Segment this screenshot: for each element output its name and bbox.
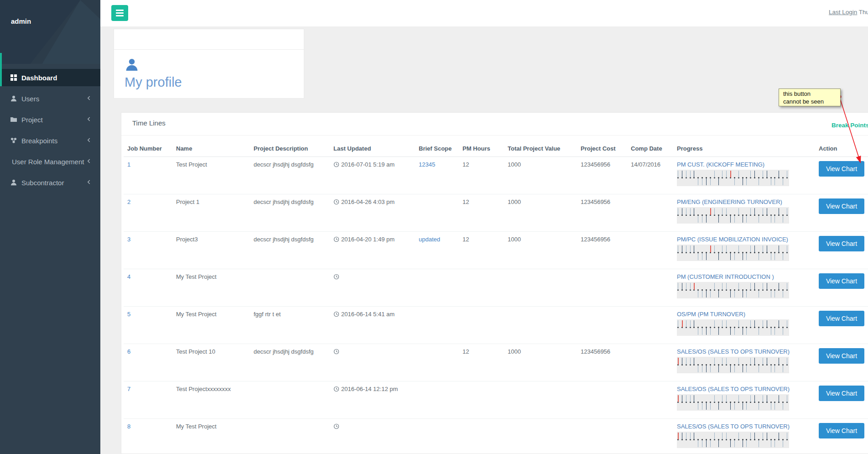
- timeline-tick: [694, 208, 694, 215]
- progress-timeline-chart: [677, 432, 789, 448]
- sidebar-item-dashboard[interactable]: Dashboard: [0, 69, 100, 86]
- timeline-tick: [754, 395, 755, 402]
- timeline-tick: [783, 328, 783, 335]
- timeline-tick: [787, 395, 787, 402]
- timeline-tick: [726, 283, 727, 290]
- total-value-cell: 1000: [504, 344, 577, 381]
- timeline-tick: [690, 320, 691, 327]
- sidebar-item-users[interactable]: Users: [0, 90, 100, 107]
- view-chart-button[interactable]: View Chart: [819, 161, 864, 177]
- last-updated-cell: 2016-07-01 5:19 am: [330, 157, 415, 194]
- chevron-left-icon: [86, 137, 92, 143]
- view-chart-button[interactable]: View Chart: [819, 198, 864, 214]
- timeline-tick: [746, 328, 747, 335]
- timeline-tick: [718, 365, 719, 372]
- table-row: 8My Test ProjectSALES/OS (SALES TO OPS T…: [124, 419, 868, 454]
- sidebar-item-project[interactable]: Project: [0, 111, 100, 128]
- job-number-cell: 2: [124, 194, 172, 232]
- last-updated-cell: [330, 419, 415, 454]
- view-chart-button[interactable]: View Chart: [819, 273, 864, 289]
- job-number-link[interactable]: 8: [127, 423, 130, 430]
- timeline-tick: [714, 358, 715, 365]
- timeline-tick: [718, 216, 719, 223]
- timeline-tick: [682, 358, 682, 365]
- timelines-panel: Time Lines Break Points Job NumberNamePr…: [121, 112, 868, 454]
- last-updated-cell: [330, 269, 415, 307]
- sidebar-item-subcontractor[interactable]: Subcontractor: [0, 174, 100, 191]
- timeline-tick: [714, 208, 715, 215]
- timeline-tick: [678, 245, 678, 252]
- sidebar-item-user-role-management[interactable]: User Role Management: [0, 153, 100, 170]
- job-number-cell: 7: [124, 381, 172, 419]
- progress-cell: SALES/OS (SALES TO OPS TURNOVER): [673, 344, 815, 381]
- timeline-tick: [726, 171, 727, 177]
- timeline-tick: [706, 178, 707, 185]
- timeline-tick: [787, 358, 787, 365]
- job-number-link[interactable]: 4: [127, 273, 130, 280]
- action-cell: View ChartView Chart: [815, 307, 868, 344]
- timeline-tick: [743, 253, 743, 260]
- comp-date-cell: [627, 381, 673, 419]
- timeline-tick: [690, 245, 691, 252]
- clock-icon: [333, 199, 339, 205]
- timeline-tick: [783, 253, 783, 260]
- pm-hours-cell: [459, 381, 504, 419]
- timeline-tick: [710, 178, 711, 185]
- progress-breakpoint-label: PM CUST. (KICKOFF MEETING): [677, 161, 811, 168]
- project-cost-cell: [577, 269, 627, 307]
- timeline-tick: [686, 208, 686, 215]
- job-number-link[interactable]: 2: [127, 198, 130, 205]
- break-points-link[interactable]: Break Points: [832, 122, 868, 129]
- timeline-tick: [714, 395, 715, 402]
- timeline-tick: [738, 245, 739, 252]
- description-cell: [250, 381, 330, 419]
- view-chart-button[interactable]: View Chart: [819, 423, 864, 438]
- sidebar-toggle-button[interactable]: [111, 5, 128, 21]
- timeline-tick: [746, 403, 747, 410]
- job-number-link[interactable]: 5: [127, 311, 130, 318]
- job-number-link[interactable]: 7: [127, 386, 130, 392]
- brief-scope-link[interactable]: updated: [419, 236, 440, 243]
- timeline-tick: [783, 365, 783, 372]
- timeline-tick: [734, 328, 735, 335]
- last-updated-cell: [330, 344, 415, 381]
- description-cell: [250, 419, 330, 454]
- timeline-tick: [710, 208, 711, 215]
- timeline-tick: [759, 440, 759, 447]
- timeline-tick: [678, 358, 679, 365]
- action-cell: View ChartView Chart: [815, 157, 868, 194]
- timeline-tick: [746, 178, 747, 185]
- project-cost-cell: [577, 419, 627, 454]
- job-number-link[interactable]: 1: [127, 161, 130, 168]
- timeline-tick: [698, 328, 698, 335]
- timeline-tick: [738, 283, 739, 290]
- progress-cell: OS/PM (PM TURNOVER): [673, 307, 815, 344]
- total-value-cell: [504, 307, 577, 344]
- view-chart-button[interactable]: View Chart: [819, 348, 864, 364]
- timeline-tick: [738, 433, 739, 439]
- timeline-tick: [694, 358, 694, 365]
- timeline-tick: [710, 245, 711, 252]
- timeline-tick: [686, 358, 686, 365]
- timeline-tick: [698, 291, 698, 297]
- last-login-link[interactable]: Last Login: [829, 9, 857, 16]
- timeline-tick: [774, 365, 775, 372]
- timeline-tick: [734, 403, 735, 410]
- job-number-link[interactable]: 6: [127, 348, 130, 355]
- sidebar-item-label: Dashboard: [21, 74, 57, 82]
- brief-scope-cell: [415, 194, 459, 232]
- action-cell: View ChartView Chart: [815, 269, 868, 307]
- brief-scope-cell: [415, 307, 459, 344]
- sidebar-item-breakpoints[interactable]: Breakpoints: [0, 132, 100, 149]
- job-number-link[interactable]: 3: [127, 236, 130, 243]
- timeline-tick: [734, 178, 735, 185]
- view-chart-button[interactable]: View Chart: [819, 311, 864, 326]
- pm-hours-cell: 12: [459, 194, 504, 232]
- view-chart-button[interactable]: View Chart: [819, 236, 864, 251]
- column-header: Name: [172, 140, 250, 157]
- sidebar-item-label: Breakpoints: [21, 137, 57, 145]
- brief-scope-link[interactable]: 12345: [419, 161, 435, 168]
- progress-timeline-chart: [677, 207, 789, 224]
- view-chart-button[interactable]: View Chart: [819, 386, 864, 401]
- timeline-tick: [726, 245, 727, 252]
